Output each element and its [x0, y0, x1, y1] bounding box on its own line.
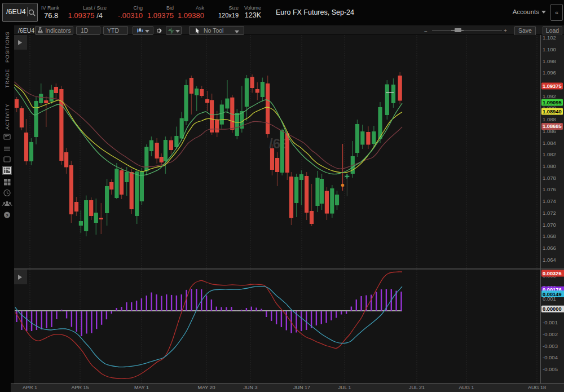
svg-text:1.102: 1.102 [543, 35, 556, 41]
svg-text:1.074: 1.074 [543, 198, 556, 204]
svg-text:1.080: 1.080 [543, 163, 556, 169]
svg-text:AUG 1: AUG 1 [459, 385, 474, 390]
svg-text:APR 1: APR 1 [23, 385, 37, 390]
svg-text:1.092: 1.092 [543, 93, 556, 99]
svg-text:-0.004: -0.004 [543, 354, 558, 360]
svg-text:JUL 21: JUL 21 [409, 385, 425, 390]
svg-text:1.084: 1.084 [543, 140, 556, 146]
svg-text:1.078: 1.078 [543, 175, 556, 181]
svg-text:-0.001: -0.001 [543, 319, 558, 325]
svg-text:-0.002: -0.002 [543, 331, 558, 337]
svg-text:JUL 1: JUL 1 [338, 385, 351, 390]
svg-text:JUN 3: JUN 3 [243, 385, 257, 390]
svg-text:JUN 17: JUN 17 [293, 385, 310, 390]
svg-text:MAY 20: MAY 20 [197, 385, 215, 390]
svg-text:1.070: 1.070 [543, 222, 556, 228]
svg-text:1.066: 1.066 [543, 245, 556, 251]
svg-text:0.00149: 0.00149 [543, 292, 562, 297]
svg-text:1.082: 1.082 [543, 151, 556, 157]
svg-text:1.096: 1.096 [543, 69, 556, 76]
svg-text:0.00326: 0.00326 [543, 271, 562, 276]
svg-text:?: ? [6, 213, 8, 218]
svg-text:AUG 18: AUG 18 [528, 385, 546, 390]
svg-text:1.09095: 1.09095 [543, 100, 562, 105]
svg-text:1.098: 1.098 [543, 58, 556, 64]
svg-text:-0.005: -0.005 [543, 366, 558, 372]
svg-text:1.08685: 1.08685 [543, 124, 562, 129]
svg-text:MAY 1: MAY 1 [134, 385, 149, 390]
svg-text:1.064: 1.064 [543, 257, 556, 263]
svg-text:1.072: 1.072 [543, 210, 556, 216]
svg-text:-0.003: -0.003 [543, 343, 558, 349]
svg-text:1.100: 1.100 [543, 46, 556, 52]
svg-text:1.088: 1.088 [543, 116, 556, 122]
svg-text:APR 15: APR 15 [71, 385, 89, 390]
svg-text:1.08940: 1.08940 [543, 109, 562, 114]
svg-text:1.09375: 1.09375 [543, 83, 562, 89]
svg-text:1.068: 1.068 [543, 233, 556, 239]
svg-text:0.00000: 0.00000 [543, 306, 562, 312]
svg-text:1.076: 1.076 [543, 186, 556, 192]
